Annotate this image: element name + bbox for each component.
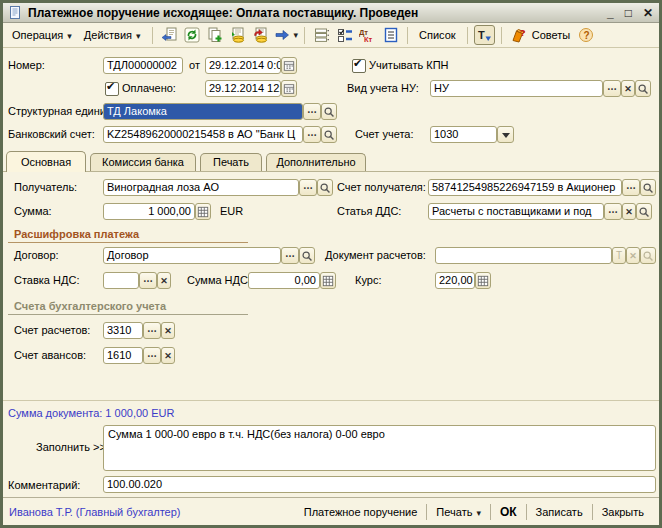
vat-amount-input[interactable]: 0,00	[248, 272, 320, 289]
payee-account-input[interactable]: 58741254985226947159 в Акционер	[428, 179, 622, 196]
bank-choose-button[interactable]	[303, 126, 321, 143]
list-button[interactable]: Список	[414, 27, 461, 43]
nu-choose-button[interactable]	[603, 80, 621, 97]
contract-choose-button[interactable]	[281, 247, 299, 264]
dds-clear-button[interactable]	[622, 203, 636, 220]
dds-open-button[interactable]	[636, 203, 652, 220]
maximize-button[interactable]: □	[625, 6, 632, 20]
payment-order-button[interactable]: Платежное поручение	[295, 506, 427, 518]
payee-account-open-button[interactable]	[640, 179, 656, 196]
unit-choose-button[interactable]	[303, 103, 321, 120]
vat-rate-choose-button[interactable]	[139, 272, 157, 289]
rate-calc-button[interactable]	[475, 272, 491, 289]
settings-list-button[interactable]	[334, 25, 355, 45]
settlement-account-clear-button[interactable]	[161, 322, 175, 339]
checklist-icon	[337, 27, 353, 43]
vat-rate-clear-button[interactable]	[157, 272, 171, 289]
dds-choose-button[interactable]	[604, 203, 622, 220]
dds-input[interactable]: Расчеты с поставщиками и под	[428, 203, 604, 220]
payment-purpose-input[interactable]: Сумма 1 000-00 евро в т.ч. НДС(без налог…	[103, 425, 656, 471]
kpn-checkbox[interactable]	[352, 59, 366, 73]
tab-print[interactable]: Печать	[200, 153, 262, 171]
payee-account-choose-button[interactable]	[622, 179, 640, 196]
post-document-icon	[230, 27, 246, 43]
account-combo[interactable]: 1030	[430, 126, 497, 143]
paid-date-input[interactable]: 29.12.2014 12:00:00	[205, 80, 281, 97]
amount-input[interactable]: 1 000,00	[103, 203, 195, 220]
settlement-account-label: Счет расчетов:	[14, 322, 90, 339]
settlement-doc-open-button[interactable]	[640, 247, 656, 264]
post-document-button[interactable]	[228, 25, 249, 45]
settlement-doc-clear-button[interactable]	[626, 247, 640, 264]
goto-icon	[274, 27, 290, 43]
contract-input[interactable]: Договор	[103, 247, 281, 264]
document-icon	[9, 6, 22, 19]
vat-amount-label: Сумма НДС:	[187, 272, 251, 289]
operation-menu-button[interactable]: Операция	[7, 27, 77, 43]
unit-open-button[interactable]	[321, 103, 337, 120]
rate-input[interactable]: 220,00	[435, 272, 475, 289]
ok-button[interactable]: ОК	[491, 505, 526, 519]
bank-open-button[interactable]	[321, 126, 337, 143]
settlement-doc-type-button[interactable]	[612, 247, 626, 264]
refresh-button[interactable]	[182, 25, 203, 45]
minimize-button[interactable]: _	[607, 6, 614, 20]
number-input[interactable]: ТДЛ00000002	[103, 57, 183, 74]
advance-account-choose-button[interactable]	[143, 347, 161, 364]
settlement-account-choose-button[interactable]	[143, 322, 161, 339]
payment-order-window: Платежное поручение исходящее: Оплата по…	[0, 0, 662, 528]
settlement-doc-label: Документ расчетов:	[325, 247, 426, 264]
date-calendar-button[interactable]	[281, 57, 297, 74]
bottom-separator	[3, 400, 659, 401]
unit-input[interactable]: ТД Лакомка	[103, 103, 303, 120]
title-bar[interactable]: Платежное поручение исходящее: Оплата по…	[3, 3, 659, 23]
advice-button[interactable]: ? Советы	[508, 27, 573, 43]
payee-input[interactable]: Виноградная лоза АО	[103, 179, 299, 196]
payee-open-button[interactable]	[317, 179, 333, 196]
vat-amount-calc-button[interactable]	[320, 272, 336, 289]
contract-open-button[interactable]	[299, 247, 315, 264]
settlement-doc-input[interactable]	[435, 247, 612, 264]
magnifier-icon	[637, 83, 649, 95]
bank-account-label: Банковский счет:	[8, 126, 95, 143]
toolbar-separator	[152, 27, 153, 44]
structure-button[interactable]	[311, 25, 332, 45]
close-button[interactable]: ✕	[643, 6, 653, 20]
payee-label: Получатель:	[14, 179, 77, 196]
account-combo-arrow[interactable]	[497, 126, 514, 143]
date-input[interactable]: 29.12.2014 0:00:00	[205, 57, 281, 74]
advance-account-clear-button[interactable]	[161, 347, 175, 364]
unpost-document-button[interactable]	[251, 25, 272, 45]
filter-by-value-button[interactable]: Т	[474, 25, 495, 45]
tab-bank-commission[interactable]: Комиссия банка	[90, 153, 196, 171]
save-button[interactable]: Записать	[527, 506, 592, 518]
help-button[interactable]: ?	[575, 25, 596, 45]
print-button[interactable]: Печать	[427, 506, 490, 518]
paid-checkbox[interactable]	[105, 82, 119, 96]
settlement-account-input[interactable]: 3310	[103, 322, 143, 339]
close-form-button[interactable]: Закрыть	[593, 506, 653, 518]
advance-account-input[interactable]: 1610	[103, 347, 143, 364]
bank-account-input[interactable]: KZ25489620000215458 в АО "Банк Ц	[103, 126, 303, 143]
amount-calc-button[interactable]	[195, 203, 211, 220]
document-total: Сумма документа: 1 000,00 EUR	[8, 405, 174, 422]
number-label: Номер:	[8, 57, 45, 74]
actions-menu-button[interactable]: Действия	[79, 27, 146, 43]
tab-main[interactable]: Основная	[6, 151, 86, 172]
nu-open-button[interactable]	[635, 80, 651, 97]
document-list-button[interactable]	[380, 25, 401, 45]
tab-additional[interactable]: Дополнительно	[266, 153, 366, 171]
comment-input[interactable]: 100.00.020	[103, 476, 656, 493]
document-list-icon	[383, 27, 399, 43]
payee-choose-button[interactable]	[299, 179, 317, 196]
goto-button[interactable]	[274, 27, 299, 43]
vat-rate-input[interactable]	[103, 272, 139, 289]
reread-button[interactable]	[159, 25, 180, 45]
footer-bar: Иванова Т.Р. (Главный бухгалтер) Платежн…	[3, 497, 659, 525]
nu-clear-button[interactable]	[621, 80, 635, 97]
structure-icon	[314, 27, 330, 43]
nu-input[interactable]: НУ	[430, 80, 603, 97]
copy-button[interactable]	[205, 25, 226, 45]
paid-date-calendar-button[interactable]	[281, 80, 297, 97]
dtkt-button[interactable]: Дт Кт	[357, 25, 378, 45]
